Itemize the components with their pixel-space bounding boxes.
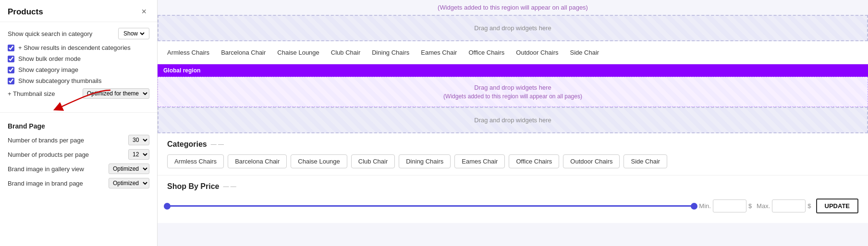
brands-per-page-label: Number of brands per page — [8, 137, 128, 144]
sidebar-products-section: Show quick search in category Show Hide … — [0, 22, 157, 108]
cat-top-3: Chaise Lounge — [277, 47, 330, 58]
global-sub-label: (Widgets added to this region will appea… — [165, 93, 861, 100]
tag-side-chair[interactable]: Side Chair — [623, 154, 667, 168]
products-per-page-label: Number of products per page — [8, 151, 128, 158]
brand-page-image-row: Brand image in brand page Optimized Cust… — [8, 178, 149, 188]
thumbnail-size-dropdown[interactable]: Optimized for theme Custom — [83, 88, 149, 99]
price-section-header: Shop By Price — — — [167, 182, 858, 191]
brands-per-page-row: Number of brands per page 30 20 10 — [8, 135, 149, 145]
checkbox-row-2: Show bulk order mode — [8, 55, 149, 62]
category-tags-container: Armless Chairs Barcelona Chair Chaise Lo… — [167, 154, 858, 168]
brand-gallery-label: Brand image in gallery view — [8, 165, 109, 173]
main-content: (Widgets added to this region will appea… — [158, 0, 868, 246]
categories-section-title: Categories — [167, 140, 207, 149]
tag-club-chair[interactable]: Club Chair — [351, 154, 395, 168]
checkbox-row-3: Show category image — [8, 66, 149, 73]
price-section-title: Shop By Price — [167, 182, 219, 191]
brand-page-title: Brand Page — [8, 122, 149, 130]
price-max-currency: $ — [807, 202, 811, 210]
slider-thumb-right[interactable] — [691, 203, 697, 210]
thumbnail-size-row: + Thumbnail size Optimized for theme Cus… — [8, 88, 149, 99]
brand-gallery-row: Brand image in gallery view Optimized Cu… — [8, 164, 149, 174]
thumbnail-size-label: + Thumbnail size — [8, 90, 55, 97]
price-max-group: Max. $ — [757, 199, 811, 212]
top-drag-drop-zone[interactable]: Drag and drop widgets here — [158, 15, 868, 41]
quick-search-label: Show quick search in category — [8, 30, 92, 37]
cat-top-9: Side Chair — [570, 47, 611, 58]
checkbox-category-image[interactable] — [8, 67, 14, 73]
cat-top-1: Armless Chairs — [167, 47, 221, 58]
sidebar-header: Products × — [0, 0, 157, 22]
brands-per-page-select[interactable]: 30 20 10 — [128, 135, 149, 145]
checkbox-label-2: Show bulk order mode — [18, 55, 81, 62]
categories-section: Categories — — Armless Chairs Barcelona … — [158, 133, 868, 176]
checkbox-label-3: Show category image — [18, 66, 78, 73]
checkbox-row-1: + Show results in descendent categories — [8, 44, 149, 51]
update-button[interactable]: UPDATE — [816, 199, 858, 213]
price-dots: — — — [223, 183, 236, 190]
checkbox-descendent[interactable] — [8, 45, 14, 51]
products-per-page-row: Number of products per page 12 24 36 — [8, 149, 149, 160]
categories-dots: — — — [211, 141, 224, 148]
checkbox-row-4: Show subcategory thumbnails — [8, 77, 149, 84]
close-button[interactable]: × — [138, 6, 149, 18]
global-region-bar: Global region — [158, 64, 868, 77]
tag-outdoor-chairs[interactable]: Outdoor Chairs — [563, 154, 620, 168]
cat-top-5: Dining Chairs — [372, 47, 421, 58]
sidebar: Products × Show quick search in category… — [0, 0, 158, 246]
checkbox-bulk-order[interactable] — [8, 56, 14, 62]
quick-search-select[interactable]: Show Hide — [118, 28, 149, 39]
brand-page-image-label: Brand image in brand page — [8, 180, 109, 187]
categories-section-header: Categories — — — [167, 140, 858, 149]
price-min-input[interactable] — [713, 199, 746, 212]
slider-track — [167, 205, 694, 207]
brand-gallery-dropdown[interactable]: Optimized Custom — [109, 164, 149, 174]
thumbnail-size-select[interactable]: Optimized for theme Custom — [83, 88, 149, 99]
brand-page-image-dropdown[interactable]: Optimized Custom — [109, 178, 149, 188]
sidebar-title: Products — [8, 7, 43, 17]
category-items-top-area: Armless Chairs Barcelona Chair Chaise Lo… — [158, 41, 868, 64]
bottom-drag-label: Drag and drop widgets here — [474, 117, 551, 124]
global-drag-drop-zone[interactable]: Drag and drop widgets here (Widgets adde… — [158, 77, 868, 107]
products-per-page-select[interactable]: 12 24 36 — [128, 149, 149, 160]
bottom-drag-drop-zone[interactable]: Drag and drop widgets here — [158, 107, 868, 133]
top-notice: (Widgets added to this region will appea… — [158, 0, 868, 15]
cat-top-4: Club Chair — [331, 47, 372, 58]
checkbox-subcategory-thumbnails[interactable] — [8, 78, 14, 84]
cat-top-2: Barcelona Chair — [221, 47, 277, 58]
section-divider — [0, 112, 157, 113]
tag-office-chairs[interactable]: Office Chairs — [509, 154, 559, 168]
price-min-group: Min. $ — [699, 199, 752, 212]
cat-top-8: Outdoor Chairs — [516, 47, 570, 58]
cat-top-7: Office Chairs — [468, 47, 516, 58]
products-per-page-dropdown[interactable]: 12 24 36 — [128, 149, 149, 160]
brand-page-section: Brand Page Number of brands per page 30 … — [0, 117, 157, 198]
tag-barcelona-chair[interactable]: Barcelona Chair — [228, 154, 287, 168]
checkbox-label-1: + Show results in descendent categories — [18, 44, 131, 51]
quick-search-row: Show quick search in category Show Hide — [8, 28, 149, 39]
tag-dining-chairs[interactable]: Dining Chairs — [399, 154, 451, 168]
quick-search-dropdown[interactable]: Show Hide — [122, 30, 146, 37]
price-min-label: Min. — [699, 202, 711, 210]
global-drag-label: Drag and drop widgets here — [165, 84, 861, 91]
slider-thumb-left[interactable] — [164, 203, 171, 210]
cat-top-6: Eames Chair — [421, 47, 468, 58]
brand-page-image-select[interactable]: Optimized Custom — [109, 178, 149, 188]
global-region-label: Global region — [163, 67, 200, 74]
brands-per-page-dropdown[interactable]: 30 20 10 — [128, 135, 149, 145]
price-min-currency: $ — [748, 202, 752, 210]
top-drag-drop-label: Drag and drop widgets here — [474, 24, 551, 32]
price-max-label: Max. — [757, 202, 770, 210]
tag-chaise-lounge[interactable]: Chaise Lounge — [291, 154, 347, 168]
tag-eames-chair[interactable]: Eames Chair — [454, 154, 505, 168]
price-slider-container[interactable] — [167, 201, 694, 211]
checkbox-label-4: Show subcategory thumbnails — [18, 77, 101, 84]
price-max-input[interactable] — [772, 199, 806, 212]
shop-by-price-section: Shop By Price — — Min. $ Max. $ UPDATE — [158, 176, 868, 223]
tag-armless-chairs[interactable]: Armless Chairs — [167, 154, 224, 168]
price-controls: Min. $ Max. $ UPDATE — [167, 199, 858, 213]
brand-gallery-select[interactable]: Optimized Custom — [109, 164, 149, 174]
